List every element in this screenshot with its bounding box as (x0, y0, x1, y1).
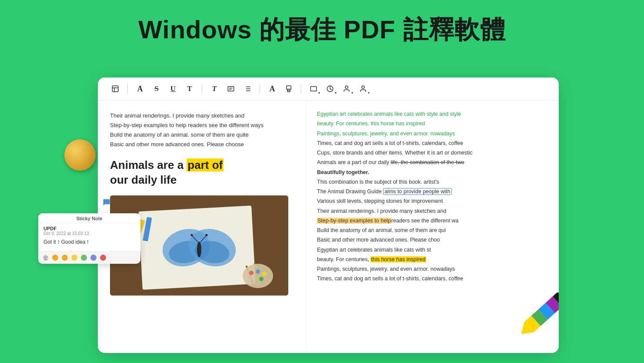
pen-tool-button[interactable]: Α (265, 82, 279, 96)
section-heading: Animals are a part ofour daily life (110, 158, 294, 188)
color-dot-6[interactable] (100, 255, 106, 261)
green-text-2: beauty. For centuries, this horse has in… (317, 121, 425, 127)
sticky-note: Sticky Note UPDF Oct 9, 2022 at 15:03:13… (38, 213, 140, 264)
highlighter-decoration (517, 292, 559, 339)
svg-point-18 (362, 86, 364, 88)
content-area: Their animal renderings. I provide many … (98, 101, 559, 353)
body-line-2: Step-by-step examples to help readers se… (110, 122, 264, 128)
right-column: Egyptian art celebrates animals like cat… (307, 101, 559, 353)
highlight-text-2: this horse has inspired (370, 256, 426, 262)
svg-rect-12 (287, 86, 291, 89)
right-normal-14: Times, cat and dog art sells a lot of t-… (317, 276, 463, 282)
right-text-block: Egyptian art celebrates animals like cat… (317, 109, 548, 284)
profile-button[interactable] (356, 82, 370, 96)
toolbar-divider-2 (202, 84, 202, 94)
sticky-note-date: Oct 9, 2022 at 15:03:13 (43, 231, 135, 236)
toolbar-divider-4 (301, 84, 301, 94)
toolbar: Α S U T T Α (98, 77, 559, 101)
strikethrough-text: life, the combination of the two (391, 159, 464, 165)
color-dot-4[interactable] (81, 255, 87, 261)
textbox-button[interactable] (224, 82, 238, 96)
sticky-note-tool-button[interactable] (108, 82, 122, 96)
right-normal-4: This combination is the subject of this … (317, 179, 439, 185)
right-normal-2: Cups, store brands and other items. Whet… (317, 150, 473, 156)
main-card: Α S U T T Α (98, 77, 559, 353)
color-dot-2[interactable] (62, 255, 68, 261)
stamp-button[interactable] (282, 82, 296, 96)
page-title: Windows 的最佳 PDF 註釋軟體 (0, 0, 644, 47)
heading-highlight: part of (187, 158, 224, 171)
body-line-1: Their animal renderings. I provide many … (110, 112, 244, 119)
svg-point-35 (243, 264, 273, 288)
svg-point-38 (262, 272, 267, 276)
sticky-note-body: Got it！Good idea！ (38, 237, 140, 251)
svg-point-29 (206, 234, 208, 236)
toolbar-divider-3 (260, 84, 260, 94)
right-normal-9: Build the anatomy of an animal. some of … (317, 227, 446, 233)
decorative-ball (64, 139, 96, 171)
body-line-3: Build the anatomy of an animal. some of … (110, 131, 249, 138)
rectangle-button[interactable] (307, 82, 320, 96)
body-line-4: Basic and other more advanced ones. Plea… (110, 141, 244, 148)
intro-text: Their animal renderings. I provide many … (110, 111, 294, 149)
right-normal-1: Times, cat and dog art sells a lot of t-… (317, 140, 463, 146)
svg-point-39 (259, 277, 264, 281)
underline-tool-button[interactable]: U (166, 82, 180, 96)
right-normal-10: Basic and other more advanced ones. Plea… (317, 237, 440, 243)
comment-icon[interactable] (102, 198, 111, 209)
svg-point-17 (345, 86, 348, 88)
annotation-button[interactable] (340, 82, 354, 96)
svg-point-36 (249, 271, 254, 275)
delete-sticky-button[interactable]: 🗑 (43, 254, 49, 261)
bold-text: Beautifully together. (317, 169, 369, 175)
svg-rect-15 (310, 87, 317, 91)
color-dot-3[interactable] (71, 255, 77, 261)
sticky-note-meta: UPDF Oct 9, 2022 at 15:03:13 (38, 223, 140, 237)
list-button[interactable] (240, 82, 254, 96)
right-normal-11: Egyptian art celebrates animals like cat… (317, 247, 431, 253)
svg-point-37 (256, 269, 260, 274)
svg-rect-3 (228, 87, 234, 91)
highlight-tool-button[interactable]: Α (133, 82, 147, 96)
sticky-note-user: UPDF (43, 226, 135, 231)
boxed-text: aims to provide people with (383, 188, 451, 195)
right-normal-8: readers see the different wa (391, 218, 459, 224)
sticky-note-header: Sticky Note (38, 213, 140, 223)
right-normal-7: Their animal renderings. I provide many … (317, 208, 446, 214)
svg-point-25 (197, 242, 201, 257)
green-text-3: Paintings, sculptures, jewelry, and even… (317, 131, 455, 137)
right-normal-5: The Animal Drawing Guide (317, 188, 382, 195)
freehand-text-button[interactable]: T (207, 82, 221, 96)
right-normal-12: beauty. For centuries, (317, 256, 369, 262)
green-text-1: Egyptian art celebrates animals like cat… (317, 111, 461, 117)
color-dot-1[interactable] (52, 255, 58, 261)
shape-button[interactable] (323, 82, 337, 96)
text-tool-button[interactable]: T (183, 82, 197, 96)
highlight-text-1: Step-by-step examples to help (317, 218, 391, 224)
svg-rect-0 (112, 86, 118, 92)
right-normal-13: Paintings, sculptures, jewelry, and even… (317, 266, 455, 272)
right-normal-6: Various skill levels, stepping stones fo… (317, 198, 443, 204)
color-dot-5[interactable] (90, 255, 97, 261)
toolbar-divider-1 (127, 84, 128, 94)
strikethrough-tool-button[interactable]: S (150, 82, 164, 96)
sticky-note-footer: 🗑 (38, 251, 140, 264)
svg-point-28 (191, 234, 193, 236)
right-normal-3: Animals are a part of our daily (317, 159, 389, 165)
